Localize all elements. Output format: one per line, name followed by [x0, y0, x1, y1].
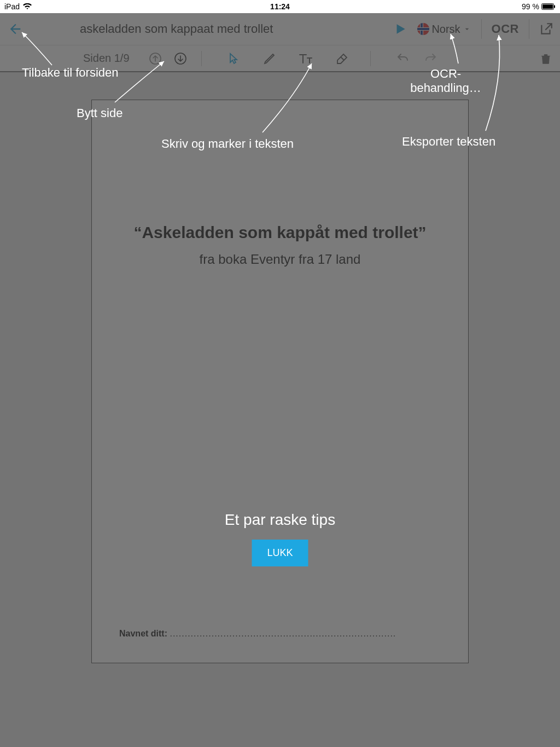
battery-icon: [541, 3, 556, 10]
name-dots: ........................................…: [170, 629, 396, 638]
undo-button[interactable]: [395, 51, 410, 66]
page-indicator: Siden 1/9: [83, 52, 138, 65]
language-selector[interactable]: Norsk: [417, 23, 471, 36]
document-viewport[interactable]: “Askeladden som kappåt med trollet” fra …: [0, 71, 560, 747]
eraser-tool[interactable]: [334, 51, 349, 66]
share-button[interactable]: [539, 22, 553, 36]
svg-line-5: [341, 57, 344, 60]
play-button[interactable]: [393, 22, 407, 36]
document-page: “Askeladden som kappåt med trollet” fra …: [91, 100, 469, 663]
back-button[interactable]: [7, 20, 24, 38]
separator: [481, 19, 482, 39]
page-up-button[interactable]: [148, 51, 163, 66]
redo-button[interactable]: [423, 51, 439, 66]
svg-rect-1: [542, 4, 553, 9]
separator: [201, 51, 202, 66]
editor-toolbar: Siden 1/9: [0, 45, 560, 71]
page-subheading: fra boka Eventyr fra 17 land: [92, 252, 468, 267]
trash-button[interactable]: [538, 51, 553, 66]
separator: [370, 51, 371, 66]
device-label: iPad: [4, 2, 20, 11]
app-header: askeladden som kappaat med trollet Norsk…: [0, 13, 560, 45]
separator: [529, 19, 529, 39]
page-down-button[interactable]: [173, 51, 188, 66]
battery-percent: 99 %: [522, 2, 539, 11]
ocr-button[interactable]: OCR: [492, 22, 519, 36]
clock: 11:24: [270, 2, 290, 11]
language-label: Norsk: [431, 23, 460, 36]
text-tool[interactable]: [298, 51, 313, 66]
wifi-icon: [23, 3, 32, 10]
close-tips-button[interactable]: LUKK: [252, 540, 308, 566]
chevron-down-icon: [463, 25, 471, 33]
document-title: askeladden som kappaat med trollet: [80, 22, 273, 36]
flag-icon: [417, 23, 429, 35]
pointer-tool[interactable]: [226, 51, 241, 66]
pencil-tool[interactable]: [262, 51, 277, 66]
page-heading: “Askeladden som kappåt med trollet”: [92, 223, 468, 242]
name-field-line: Navnet ditt: ...........................…: [119, 629, 441, 639]
svg-rect-2: [554, 5, 555, 8]
status-bar: iPad 11:24 99 %: [0, 0, 560, 13]
name-label: Navnet ditt:: [119, 629, 167, 638]
